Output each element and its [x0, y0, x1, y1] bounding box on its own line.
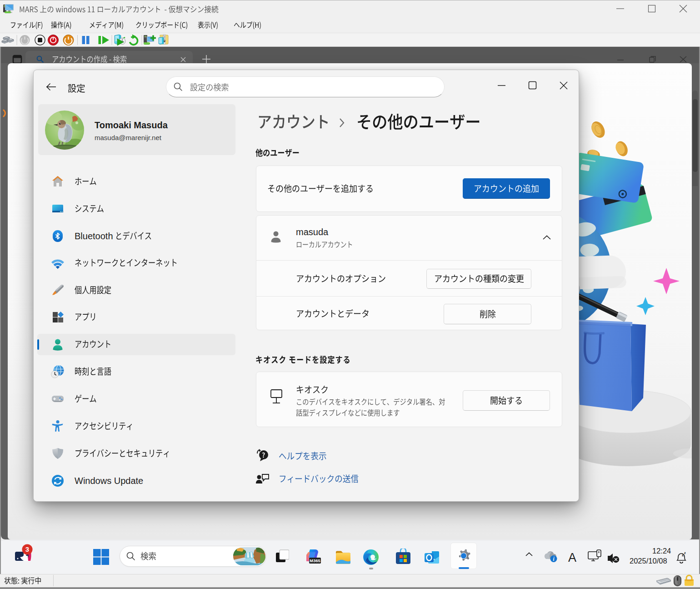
- svg-text:z: z: [684, 551, 686, 555]
- svg-text:M365: M365: [310, 558, 320, 563]
- svg-text:A: A: [568, 551, 576, 564]
- svg-text:3: 3: [25, 545, 29, 553]
